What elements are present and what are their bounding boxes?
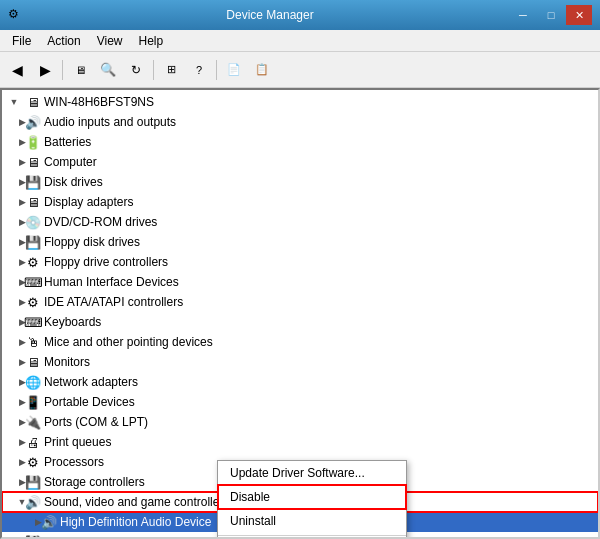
tree-item-mice[interactable]: ▶🖱Mice and other pointing devices bbox=[2, 332, 598, 352]
item-label-mice: Mice and other pointing devices bbox=[44, 335, 213, 349]
toolbar-sep-1 bbox=[62, 60, 63, 80]
tree-root[interactable]: ▼ 🖥 WIN-48H6BFST9NS bbox=[2, 92, 598, 112]
extra-button-1[interactable]: 📄 bbox=[221, 57, 247, 83]
item-icon-monitors: 🖥 bbox=[25, 354, 41, 370]
item-label-ide: IDE ATA/ATAPI controllers bbox=[44, 295, 183, 309]
titlebar-buttons: ─ □ ✕ bbox=[510, 5, 592, 25]
expand-icon-storage2: ▶ bbox=[6, 534, 22, 537]
tree-item-computer[interactable]: ▶🖥Computer bbox=[2, 152, 598, 172]
menu-view[interactable]: View bbox=[89, 32, 131, 50]
tree-item-hid[interactable]: ▶⌨Human Interface Devices bbox=[2, 272, 598, 292]
computer-button[interactable]: 🖥 bbox=[67, 57, 93, 83]
item-icon-batteries: 🔋 bbox=[25, 134, 41, 150]
item-label-ports: Ports (COM & LPT) bbox=[44, 415, 148, 429]
expand-icon-hda: ▶ bbox=[6, 514, 38, 530]
expand-icon-portable: ▶ bbox=[6, 394, 22, 410]
tree-item-ports[interactable]: ▶🔌Ports (COM & LPT) bbox=[2, 412, 598, 432]
expand-icon-ports: ▶ bbox=[6, 414, 22, 430]
item-label-print: Print queues bbox=[44, 435, 111, 449]
item-icon-print: 🖨 bbox=[25, 434, 41, 450]
back-button[interactable]: ◀ bbox=[4, 57, 30, 83]
item-icon-sound: 🔊 bbox=[25, 494, 41, 510]
ctx-disable[interactable]: Disable bbox=[218, 485, 406, 509]
forward-button[interactable]: ▶ bbox=[32, 57, 58, 83]
tree-item-batteries[interactable]: ▶🔋Batteries bbox=[2, 132, 598, 152]
tree-item-disk[interactable]: ▶💾Disk drives bbox=[2, 172, 598, 192]
item-label-network: Network adapters bbox=[44, 375, 138, 389]
item-label-sound: Sound, video and game controllers bbox=[44, 495, 229, 509]
expand-icon-ide: ▶ bbox=[6, 294, 22, 310]
expand-icon-floppy2: ▶ bbox=[6, 254, 22, 270]
expand-icon-network: ▶ bbox=[6, 374, 22, 390]
ctx-uninstall[interactable]: Uninstall bbox=[218, 509, 406, 533]
expand-icon-hid: ▶ bbox=[6, 274, 22, 290]
expand-icon-storage: ▶ bbox=[6, 474, 22, 490]
item-icon-display: 🖥 bbox=[25, 194, 41, 210]
expand-icon-print: ▶ bbox=[6, 434, 22, 450]
item-icon-audio: 🔊 bbox=[25, 114, 41, 130]
minimize-button[interactable]: ─ bbox=[510, 5, 536, 25]
toolbar-sep-3 bbox=[216, 60, 217, 80]
maximize-button[interactable]: □ bbox=[538, 5, 564, 25]
menu-action[interactable]: Action bbox=[39, 32, 88, 50]
item-label-storage: Storage controllers bbox=[44, 475, 145, 489]
help-button[interactable]: ? bbox=[186, 57, 212, 83]
item-label-floppy: Floppy disk drives bbox=[44, 235, 140, 249]
expand-icon-display: ▶ bbox=[6, 194, 22, 210]
tree-item-portable[interactable]: ▶📱Portable Devices bbox=[2, 392, 598, 412]
expand-icon-monitors: ▶ bbox=[6, 354, 22, 370]
ctx-separator bbox=[218, 535, 406, 536]
item-icon-floppy2: ⚙ bbox=[25, 254, 41, 270]
expand-icon-disk: ▶ bbox=[6, 174, 22, 190]
tree-item-audio[interactable]: ▶🔊Audio inputs and outputs bbox=[2, 112, 598, 132]
tree-item-keyboards[interactable]: ▶⌨Keyboards bbox=[2, 312, 598, 332]
tree-item-network[interactable]: ▶🌐Network adapters bbox=[2, 372, 598, 392]
tree-item-floppy[interactable]: ▶💾Floppy disk drives bbox=[2, 232, 598, 252]
titlebar: ⚙ Device Manager ─ □ ✕ bbox=[0, 0, 600, 30]
item-icon-floppy: 💾 bbox=[25, 234, 41, 250]
tree-item-ide[interactable]: ▶⚙IDE ATA/ATAPI controllers bbox=[2, 292, 598, 312]
item-icon-dvd: 💿 bbox=[25, 214, 41, 230]
main-content: ▼ 🖥 WIN-48H6BFST9NS ▶🔊Audio inputs and o… bbox=[0, 88, 600, 539]
properties-button[interactable]: ⊞ bbox=[158, 57, 184, 83]
extra-button-2[interactable]: 📋 bbox=[249, 57, 275, 83]
item-icon-hda: 🔊 bbox=[41, 514, 57, 530]
menu-file[interactable]: File bbox=[4, 32, 39, 50]
tree-item-print[interactable]: ▶🖨Print queues bbox=[2, 432, 598, 452]
item-icon-network: 🌐 bbox=[25, 374, 41, 390]
tree-item-monitors[interactable]: ▶🖥Monitors bbox=[2, 352, 598, 372]
root-icon: 🖥 bbox=[25, 94, 41, 110]
toolbar-sep-2 bbox=[153, 60, 154, 80]
item-icon-disk: 💾 bbox=[25, 174, 41, 190]
root-label: WIN-48H6BFST9NS bbox=[44, 95, 154, 109]
item-label-batteries: Batteries bbox=[44, 135, 91, 149]
item-label-monitors: Monitors bbox=[44, 355, 90, 369]
menu-help[interactable]: Help bbox=[131, 32, 172, 50]
item-label-hid: Human Interface Devices bbox=[44, 275, 179, 289]
toolbar: ◀ ▶ 🖥 🔍 ↻ ⊞ ? 📄 📋 bbox=[0, 52, 600, 88]
item-icon-storage2: 💾 bbox=[25, 534, 41, 537]
item-icon-keyboards: ⌨ bbox=[25, 314, 41, 330]
item-icon-processors: ⚙ bbox=[25, 454, 41, 470]
item-icon-computer: 🖥 bbox=[25, 154, 41, 170]
tree-item-display[interactable]: ▶🖥Display adapters bbox=[2, 192, 598, 212]
close-button[interactable]: ✕ bbox=[566, 5, 592, 25]
tree-item-floppy2[interactable]: ▶⚙Floppy drive controllers bbox=[2, 252, 598, 272]
expand-icon-keyboards: ▶ bbox=[6, 314, 22, 330]
tree-item-dvd[interactable]: ▶💿DVD/CD-ROM drives bbox=[2, 212, 598, 232]
search-button[interactable]: 🔍 bbox=[95, 57, 121, 83]
root-expand-icon: ▼ bbox=[6, 94, 22, 110]
item-icon-ports: 🔌 bbox=[25, 414, 41, 430]
expand-icon-floppy: ▶ bbox=[6, 234, 22, 250]
window-title: Device Manager bbox=[30, 8, 510, 22]
expand-icon-processors: ▶ bbox=[6, 454, 22, 470]
ctx-update-driver[interactable]: Update Driver Software... bbox=[218, 461, 406, 485]
refresh-button[interactable]: ↻ bbox=[123, 57, 149, 83]
item-label-computer: Computer bbox=[44, 155, 97, 169]
item-label-display: Display adapters bbox=[44, 195, 133, 209]
item-label-disk: Disk drives bbox=[44, 175, 103, 189]
item-label-processors: Processors bbox=[44, 455, 104, 469]
item-label-portable: Portable Devices bbox=[44, 395, 135, 409]
item-label-keyboards: Keyboards bbox=[44, 315, 101, 329]
item-label-storage2: Storage controllers bbox=[44, 535, 145, 537]
